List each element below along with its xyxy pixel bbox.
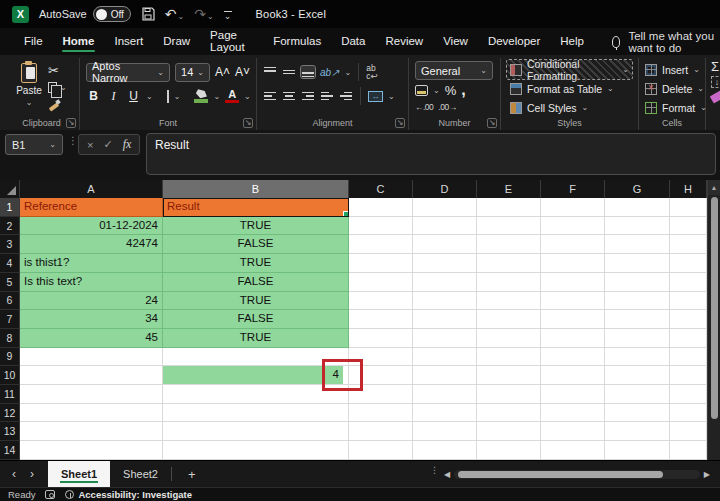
cell-F5[interactable] [541, 273, 605, 292]
middle-align-button[interactable] [282, 66, 296, 78]
cell-H10[interactable] [670, 366, 707, 385]
column-header-D[interactable]: D [413, 180, 477, 198]
cell-A4[interactable]: is thist1? [20, 254, 163, 273]
cell-F13[interactable] [541, 422, 605, 441]
cell-G11[interactable] [605, 385, 670, 404]
insert-function-button[interactable]: fx [123, 137, 132, 152]
number-format-combo[interactable]: General⌄ [415, 61, 493, 80]
row-header-13[interactable]: 13 [0, 422, 20, 441]
cell-A5[interactable]: Is this text? [20, 273, 163, 292]
cell-D13[interactable] [413, 422, 477, 441]
enter-button[interactable]: ✓ [103, 138, 112, 151]
vertical-scrollbar[interactable]: ▲ [707, 180, 720, 460]
cell-D4[interactable] [413, 254, 477, 273]
fill-button[interactable]: ↓ [711, 76, 720, 88]
new-sheet-button[interactable]: + [172, 461, 212, 487]
cut-button[interactable]: ✂ [48, 64, 67, 77]
top-align-button[interactable] [263, 66, 277, 78]
macro-record-icon[interactable] [45, 490, 55, 499]
tab-review[interactable]: Review [375, 29, 433, 54]
vertical-scroll-thumb[interactable] [711, 197, 718, 419]
cell-E3[interactable] [477, 235, 541, 254]
cell-E2[interactable] [477, 217, 541, 236]
cell-A12[interactable] [20, 404, 163, 423]
next-sheet-button[interactable]: › [30, 467, 34, 481]
cell-A7[interactable]: 34 [20, 310, 163, 329]
cell-F6[interactable] [541, 292, 605, 311]
cell-F3[interactable] [541, 235, 605, 254]
cell-H9[interactable] [670, 348, 707, 367]
cell-F10[interactable] [541, 366, 605, 385]
prev-sheet-button[interactable]: ‹ [12, 467, 16, 481]
cell-F12[interactable] [541, 404, 605, 423]
copy-button[interactable]: ⌄ [48, 81, 67, 94]
underline-button[interactable]: U [126, 89, 141, 103]
bottom-align-button[interactable] [301, 66, 315, 78]
cell-F9[interactable] [541, 348, 605, 367]
cell-B8[interactable]: TRUE [163, 329, 349, 348]
cell-H6[interactable] [670, 292, 707, 311]
cell-C8[interactable] [349, 329, 413, 348]
formula-input[interactable]: Result [146, 133, 716, 175]
horizontal-scroll-track[interactable] [454, 470, 700, 479]
decrease-decimal-button[interactable]: .00→ [438, 102, 456, 112]
cell-A11[interactable] [20, 385, 163, 404]
tab-home[interactable]: Home [53, 29, 105, 54]
orientation-button[interactable]: ab↗ [320, 67, 340, 78]
save-icon[interactable] [141, 7, 155, 21]
cancel-button[interactable]: × [87, 139, 93, 151]
name-box[interactable]: B1 ⌄ [5, 134, 63, 155]
tab-developer[interactable]: Developer [478, 29, 550, 54]
cell-G7[interactable] [605, 310, 670, 329]
cell-D9[interactable] [413, 348, 477, 367]
cell-A10[interactable] [20, 366, 163, 385]
scrollbar-grip-icon[interactable]: ⋮ [430, 468, 439, 473]
row-header-3[interactable]: 3 [0, 235, 20, 254]
tab-draw[interactable]: Draw [153, 29, 200, 54]
column-header-A[interactable]: A [20, 180, 163, 198]
row-header-11[interactable]: 11 [0, 385, 20, 404]
cell-G2[interactable] [605, 217, 670, 236]
cell-B6[interactable]: TRUE [163, 292, 349, 311]
percent-style-button[interactable]: % [445, 84, 457, 97]
cell-D5[interactable] [413, 273, 477, 292]
cell-E14[interactable] [477, 441, 541, 460]
increase-font-button[interactable]: A˄ [215, 65, 230, 79]
cell-H14[interactable] [670, 441, 707, 460]
row-header-1[interactable]: 1 [0, 198, 20, 217]
cell-D8[interactable] [413, 329, 477, 348]
column-header-C[interactable]: C [349, 180, 413, 198]
cell-A8[interactable]: 45 [20, 329, 163, 348]
column-header-F[interactable]: F [541, 180, 605, 198]
cell-A6[interactable]: 24 [20, 292, 163, 311]
cell-G9[interactable] [605, 348, 670, 367]
horizontal-scroll-thumb[interactable] [458, 471, 663, 478]
cell-C7[interactable] [349, 310, 413, 329]
row-header-2[interactable]: 2 [0, 217, 20, 236]
cell-B4[interactable]: TRUE [163, 254, 349, 273]
cell-G1[interactable] [605, 198, 670, 217]
cell-H8[interactable] [670, 329, 707, 348]
formula-bar-grip[interactable]: ⋮ [68, 138, 78, 143]
cell-E11[interactable] [477, 385, 541, 404]
format-cells-button[interactable]: Format ⌄ [645, 98, 699, 117]
column-header-E[interactable]: E [477, 180, 541, 198]
cell-styles-button[interactable]: Cell Styles ⌄ [507, 98, 632, 117]
clipboard-dialog-launcher[interactable]: ↘ [66, 118, 76, 128]
cell-E4[interactable] [477, 254, 541, 273]
accessibility-status[interactable]: Accessibility: Investigate [65, 489, 192, 500]
cell-B12[interactable] [163, 404, 349, 423]
tab-insert[interactable]: Insert [104, 29, 153, 54]
cell-E6[interactable] [477, 292, 541, 311]
conditional-formatting-button[interactable]: Conditional Formatting ⌄ [507, 60, 632, 79]
cell-D1[interactable] [413, 198, 477, 217]
undo-button[interactable]: ↶⌄ [165, 7, 184, 21]
align-left-button[interactable] [263, 90, 277, 102]
bold-button[interactable]: B [86, 89, 101, 103]
cell-A2[interactable]: 01-12-2024 [20, 217, 163, 236]
autosum-button[interactable]: Σ [711, 60, 720, 73]
cell-H5[interactable] [670, 273, 707, 292]
cell-E12[interactable] [477, 404, 541, 423]
scroll-right-icon[interactable]: ▶ [704, 470, 710, 479]
row-header-5[interactable]: 5 [0, 273, 20, 292]
